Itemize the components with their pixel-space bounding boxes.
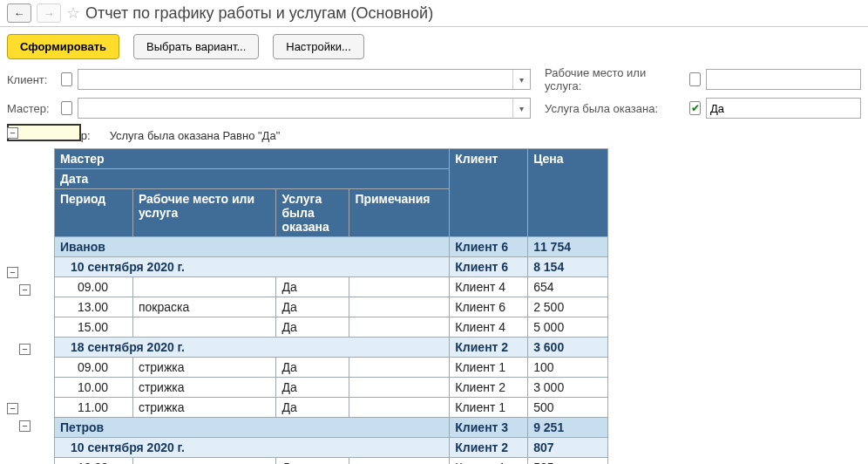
work-cell: стрижка	[132, 358, 276, 378]
master-cell: Петров	[55, 418, 450, 438]
work-cell: покраска	[132, 297, 276, 317]
generate-button[interactable]: Сформировать	[7, 34, 119, 59]
master-dropdown-icon[interactable]: ▾	[512, 99, 530, 118]
table-row[interactable]: 10.00стрижкаДаКлиент 23 000	[55, 378, 608, 398]
period-cell: 10.00	[55, 378, 133, 398]
tree-toggle-master-2[interactable]: −	[7, 403, 18, 414]
table-row[interactable]: 11.00стрижкаДаКлиент 1500	[55, 398, 608, 418]
client-cell: Клиент 3	[450, 418, 528, 438]
service-done-label: Услуга была оказана:	[545, 102, 684, 115]
notes-cell	[349, 358, 450, 378]
client-dropdown-icon[interactable]: ▾	[512, 70, 530, 89]
tree-toggle-date-3[interactable]: −	[19, 420, 31, 432]
service-done-input[interactable]	[707, 99, 860, 118]
service-done-checkbox[interactable]	[689, 101, 701, 115]
table-row[interactable]: 09.00стрижкаДаКлиент 1100	[55, 358, 608, 378]
client-cell: Клиент 4	[450, 277, 528, 297]
client-cell: Клиент 6	[450, 237, 528, 257]
table-row[interactable]: 09.00ДаКлиент 4654	[55, 277, 608, 297]
serv-cell: Да	[276, 317, 349, 338]
work-cell: покраска	[132, 458, 276, 465]
th-notes: Примечания	[349, 189, 450, 237]
master-cell: Иванов	[55, 237, 450, 257]
client-input[interactable]	[78, 70, 512, 89]
th-master: Мастер	[55, 149, 450, 169]
workplace-input[interactable]	[707, 70, 860, 89]
price-cell: 500	[528, 398, 608, 418]
table-row[interactable]: 10 сентября 2020 г.Клиент 2807	[55, 438, 608, 458]
choose-variant-button[interactable]: Выбрать вариант...	[133, 34, 259, 59]
nav-forward-button[interactable]: →	[37, 3, 61, 23]
date-cell: 18 сентября 2020 г.	[55, 338, 450, 358]
work-cell: стрижка	[132, 398, 276, 418]
client-cell: Клиент 1	[450, 458, 528, 465]
favorite-star-icon[interactable]: ☆	[66, 3, 80, 23]
client-cell: Клиент 2	[450, 438, 528, 458]
master-input[interactable]	[78, 99, 512, 118]
notes-cell	[349, 378, 450, 398]
period-cell: 12.00	[55, 458, 133, 465]
work-cell	[132, 317, 276, 338]
period-cell: 09.00	[55, 277, 133, 297]
master-checkbox[interactable]	[61, 101, 72, 115]
table-row[interactable]: 12.00покраскаДаКлиент 1585	[55, 458, 608, 465]
price-cell: 807	[528, 438, 608, 458]
period-cell: 11.00	[55, 398, 133, 418]
notes-cell	[349, 398, 450, 418]
client-label: Клиент:	[7, 73, 56, 86]
price-cell: 3 600	[528, 338, 608, 358]
notes-cell	[349, 277, 450, 297]
workplace-checkbox[interactable]	[689, 72, 701, 86]
master-label: Мастер:	[7, 102, 56, 115]
table-row[interactable]: 18 сентября 2020 г.Клиент 23 600	[55, 338, 608, 358]
table-row[interactable]: 13.00покраскаДаКлиент 62 500	[55, 297, 608, 317]
client-checkbox[interactable]	[61, 72, 72, 86]
table-row[interactable]: ПетровКлиент 39 251	[55, 418, 608, 438]
tree-toggle-master-1[interactable]: −	[7, 267, 18, 278]
notes-cell	[349, 458, 450, 465]
notes-cell	[349, 317, 450, 338]
serv-cell: Да	[276, 297, 349, 317]
workplace-combo[interactable]	[706, 69, 861, 90]
th-workplace: Рабочие место или услуга	[132, 189, 276, 237]
client-cell: Клиент 1	[450, 358, 528, 378]
serv-cell: Да	[276, 358, 349, 378]
report-table: Мастер Клиент Цена Дата Период Рабочие м…	[54, 148, 608, 464]
settings-button[interactable]: Настройки...	[273, 34, 364, 59]
page-title: Отчет по графику работы и услугам (Основ…	[85, 4, 433, 23]
table-row[interactable]: ИвановКлиент 611 754	[55, 237, 608, 257]
price-cell: 5 000	[528, 317, 608, 338]
th-date: Дата	[55, 169, 450, 189]
client-combo[interactable]: ▾	[78, 69, 531, 90]
price-cell: 654	[528, 277, 608, 297]
date-cell: 10 сентября 2020 г.	[55, 257, 450, 277]
th-period: Период	[55, 189, 133, 237]
period-cell: 15.00	[55, 317, 133, 338]
master-combo[interactable]: ▾	[78, 98, 531, 119]
workplace-label: Рабочие место или услуга:	[545, 66, 684, 92]
tree-toggle-date-1[interactable]: −	[19, 284, 31, 296]
price-cell: 2 500	[528, 297, 608, 317]
table-row[interactable]: 10 сентября 2020 г.Клиент 68 154	[55, 257, 608, 277]
price-cell: 9 251	[528, 418, 608, 438]
table-row[interactable]: 15.00ДаКлиент 45 000	[55, 317, 608, 338]
serv-cell: Да	[276, 458, 349, 465]
th-price: Цена	[528, 149, 608, 237]
service-done-combo[interactable]	[706, 98, 861, 119]
period-cell: 13.00	[55, 297, 133, 317]
tree-toggle-date-2[interactable]: −	[19, 344, 31, 355]
client-cell: Клиент 2	[450, 378, 528, 398]
arrow-right-icon: →	[44, 7, 55, 20]
date-cell: 10 сентября 2020 г.	[55, 438, 450, 458]
price-cell: 8 154	[528, 257, 608, 277]
th-service-done: Услуга была оказана	[276, 189, 349, 237]
nav-back-button[interactable]: ←	[7, 3, 31, 23]
client-cell: Клиент 6	[450, 297, 528, 317]
th-client: Клиент	[450, 149, 528, 237]
tree-toggle-root[interactable]: −	[7, 127, 18, 139]
serv-cell: Да	[276, 277, 349, 297]
serv-cell: Да	[276, 398, 349, 418]
serv-cell: Да	[276, 378, 349, 398]
arrow-left-icon: ←	[14, 7, 25, 20]
price-cell: 100	[528, 358, 608, 378]
